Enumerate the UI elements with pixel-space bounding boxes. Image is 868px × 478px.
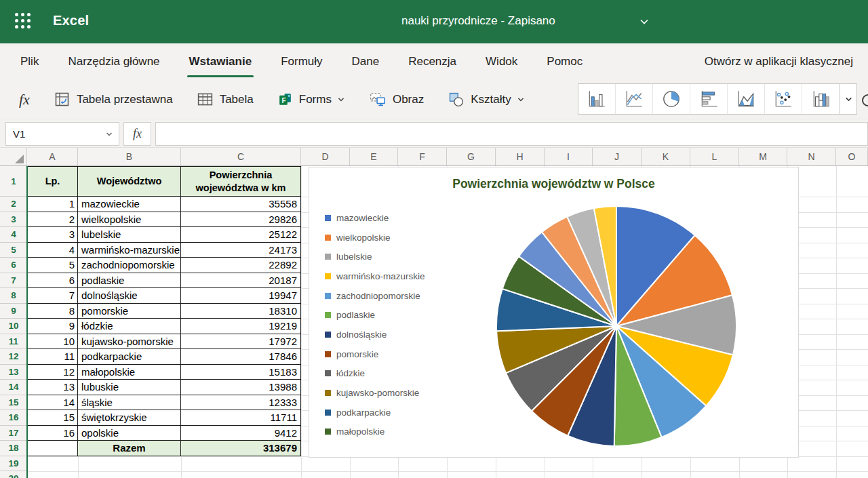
cell-C8[interactable]: 19947 [181, 288, 301, 304]
row-header-18[interactable]: 18 [0, 441, 27, 456]
column-header-M[interactable]: M [739, 148, 787, 165]
image-button[interactable]: Obraz [368, 90, 424, 109]
cell-B13[interactable]: małopolskie [78, 365, 181, 380]
cell-A18[interactable] [28, 441, 78, 456]
cell-B15[interactable]: śląskie [78, 395, 181, 411]
cell-C2[interactable]: 35558 [181, 197, 301, 212]
cell-B9[interactable]: pomorskie [78, 304, 181, 319]
cell-C15[interactable]: 12333 [181, 395, 301, 411]
cell-C9[interactable]: 18310 [181, 304, 301, 319]
cell-C5[interactable]: 24173 [181, 243, 301, 258]
name-box[interactable]: V1 [5, 122, 119, 146]
forms-button[interactable]: F Forms [277, 91, 345, 108]
column-header-E[interactable]: E [350, 148, 398, 165]
tab-dane[interactable]: Dane [352, 43, 380, 80]
cell-C3[interactable]: 29826 [181, 212, 301, 228]
cell-A3[interactable]: 2 [28, 212, 78, 228]
row-header-4[interactable]: 4 [0, 227, 27, 243]
row-header-19[interactable]: 19 [0, 456, 27, 472]
cell-B18[interactable]: Razem [78, 441, 181, 456]
row-header-5[interactable]: 5 [0, 243, 27, 258]
tab-formuły[interactable]: Formuły [281, 43, 322, 80]
column-header-L[interactable]: L [690, 148, 739, 165]
legend-item-łódzkie[interactable]: łódzkie [325, 364, 425, 384]
cell-B1[interactable]: Województwo [78, 167, 181, 197]
row-header-3[interactable]: 3 [0, 212, 27, 228]
cell-B12[interactable]: podkarpackie [78, 349, 181, 365]
cell-C14[interactable]: 13988 [181, 380, 301, 395]
row-header-9[interactable]: 9 [0, 304, 27, 319]
cell-A8[interactable]: 7 [28, 288, 78, 304]
cell-B7[interactable]: podlaskie [78, 273, 181, 289]
histogram-chart-icon[interactable] [802, 84, 840, 114]
cell-C13[interactable]: 15183 [181, 365, 301, 380]
cell-C6[interactable]: 22892 [181, 258, 301, 273]
cell-A12[interactable]: 11 [28, 349, 78, 365]
legend-item-podkarpackie[interactable]: podkarpackie [325, 403, 425, 422]
row-header-17[interactable]: 17 [0, 426, 27, 441]
column-header-F[interactable]: F [398, 148, 447, 165]
row-header-11[interactable]: 11 [0, 334, 27, 350]
column-header-G[interactable]: G [447, 148, 496, 165]
column-header-O[interactable]: O [836, 148, 868, 165]
row-header-7[interactable]: 7 [0, 273, 27, 289]
shapes-button[interactable]: Kształty [447, 90, 525, 108]
cell-B2[interactable]: mazowieckie [78, 197, 181, 212]
cell-B17[interactable]: opolskie [78, 426, 181, 441]
tab-pomoc[interactable]: Pomoc [547, 43, 583, 80]
legend-item-dolnośląskie[interactable]: dolnośląskie [325, 325, 425, 344]
cell-A17[interactable]: 16 [28, 426, 78, 441]
open-in-desktop-app-link[interactable]: Otwórz w aplikacji klasycznej [705, 43, 853, 80]
column-header-K[interactable]: K [642, 148, 690, 165]
cell-B6[interactable]: zachodniopomorskie [78, 258, 181, 273]
cell-C1[interactable]: Powierzchnia województwa w km [181, 167, 301, 197]
row-header-20[interactable]: 20 [0, 471, 27, 478]
pivot-table-button[interactable]: Tabela przestawna [53, 90, 173, 108]
cell-A5[interactable]: 4 [28, 243, 78, 258]
app-launcher-waffle-icon[interactable] [15, 13, 31, 28]
sheet-grid[interactable]: 1234567891011121314151617181920 Lp.Wojew… [0, 166, 868, 478]
legend-item-lubelskie[interactable]: lubelskie [325, 247, 425, 266]
cell-C10[interactable]: 19219 [181, 319, 301, 334]
legend-item-pomorskie[interactable]: pomorskie [325, 344, 425, 364]
column-header-H[interactable]: H [496, 148, 545, 165]
legend-item-wielkopolskie[interactable]: wielkopolskie [325, 228, 425, 247]
tab-narzędzia-główne[interactable]: Narzędzia główne [68, 43, 159, 80]
column-header-A[interactable]: A [27, 148, 78, 165]
cell-A11[interactable]: 10 [28, 334, 78, 350]
cell-C7[interactable]: 20187 [181, 273, 301, 289]
cell-A6[interactable]: 5 [28, 258, 78, 273]
cell-C11[interactable]: 17972 [181, 334, 301, 350]
cell-B10[interactable]: łódzkie [78, 319, 181, 334]
column-header-D[interactable]: D [301, 148, 350, 165]
tab-widok[interactable]: Widok [486, 43, 517, 80]
cell-B16[interactable]: świętokrzyskie [78, 410, 181, 426]
cell-A13[interactable]: 12 [28, 365, 78, 380]
cell-A9[interactable]: 8 [28, 304, 78, 319]
column-header-I[interactable]: I [545, 148, 593, 165]
legend-item-kujawsko-pomorskie[interactable]: kujawsko-pomorskie [325, 383, 425, 403]
cell-C16[interactable]: 11711 [181, 410, 301, 426]
row-header-2[interactable]: 2 [0, 197, 27, 212]
cell-B11[interactable]: kujawsko-pomorskie [78, 334, 181, 350]
legend-item-warmińsko-mazurskie[interactable]: warmińsko-mazurskie [325, 266, 425, 286]
row-header-1[interactable]: 1 [0, 166, 27, 197]
tab-plik[interactable]: Plik [20, 43, 39, 80]
row-header-6[interactable]: 6 [0, 258, 27, 273]
formula-fx-button[interactable]: fx [123, 122, 151, 146]
chart-gallery-chevron-down-icon[interactable] [840, 84, 856, 114]
line-chart-icon[interactable] [616, 84, 653, 114]
cell-C18[interactable]: 313679 [181, 441, 301, 456]
cell-A1[interactable]: Lp. [28, 167, 78, 197]
cell-A14[interactable]: 13 [28, 380, 78, 395]
legend-item-podlaskie[interactable]: podlaskie [325, 305, 425, 325]
scatter-chart-icon[interactable] [765, 84, 802, 114]
row-header-8[interactable]: 8 [0, 288, 27, 304]
tab-wstawianie[interactable]: Wstawianie [189, 43, 252, 80]
document-title[interactable]: nauki przyrodnicze - Zapisano [401, 14, 555, 28]
cell-B3[interactable]: wielkopolskie [78, 212, 181, 228]
cell-B4[interactable]: lubelskie [78, 227, 181, 243]
legend-item-mazowieckie[interactable]: mazowieckie [325, 208, 425, 228]
cell-C17[interactable]: 9412 [181, 426, 301, 441]
row-header-15[interactable]: 15 [0, 395, 27, 411]
